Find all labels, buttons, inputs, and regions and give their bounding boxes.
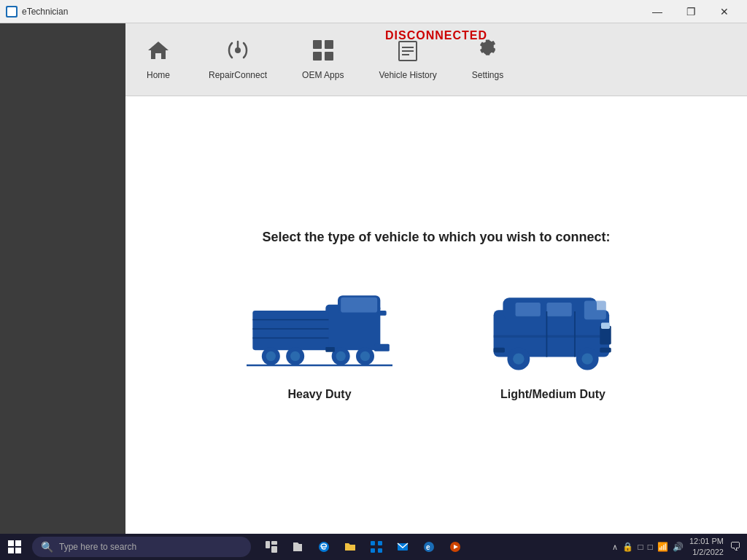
svg-rect-3 <box>325 40 333 49</box>
svg-point-22 <box>336 351 346 360</box>
minimize-button[interactable]: — <box>640 0 674 23</box>
svg-rect-50 <box>271 541 277 545</box>
vehiclehistory-icon <box>396 39 419 66</box>
app-title: eTechnician <box>22 7 68 17</box>
main-content: DISCONNECTED Home <box>125 23 747 534</box>
taskview-icon[interactable] <box>260 534 283 560</box>
svg-rect-13 <box>252 311 328 350</box>
light-medium-duty-option[interactable]: Light/Medium Duty <box>480 281 626 401</box>
ie-icon[interactable]: e <box>417 534 441 560</box>
vehiclehistory-label: Vehicle History <box>379 70 436 80</box>
system-tray: ∧ 🔒 □ □ 📶 🔊 <box>612 542 684 552</box>
svg-rect-56 <box>378 548 382 553</box>
titlebar: eTechnician — ❐ ✕ <box>0 0 747 23</box>
svg-rect-46 <box>15 540 21 546</box>
svg-rect-53 <box>371 541 375 545</box>
light-medium-duty-image <box>480 281 626 376</box>
maximize-button[interactable]: ❐ <box>674 0 708 23</box>
svg-point-18 <box>266 351 276 360</box>
vehicle-select-prompt: Select the type of vehicle to which you … <box>262 230 610 245</box>
svg-point-41 <box>581 353 592 364</box>
notification-icon[interactable]: 🗨 <box>729 540 741 553</box>
svg-rect-4 <box>313 52 322 61</box>
network-icon: 📶 <box>657 542 668 552</box>
home-icon <box>147 39 170 66</box>
files-icon[interactable] <box>286 534 309 560</box>
settings-label: Settings <box>472 70 503 80</box>
sidebar <box>0 23 125 534</box>
svg-point-39 <box>513 353 524 364</box>
oemapps-label: OEM Apps <box>302 70 344 80</box>
svg-rect-35 <box>601 322 610 329</box>
home-label: Home <box>147 70 170 80</box>
oemapps-icon <box>311 39 335 66</box>
heavy-duty-label: Heavy Duty <box>287 388 351 401</box>
nav-home[interactable]: Home <box>125 23 191 96</box>
svg-point-24 <box>360 351 370 360</box>
svg-rect-43 <box>494 347 505 352</box>
svg-point-20 <box>290 351 300 360</box>
heavy-duty-option[interactable]: Heavy Duty <box>247 281 392 401</box>
close-button[interactable]: ✕ <box>708 0 741 23</box>
clock-time: 12:01 PM <box>689 536 724 547</box>
svg-rect-55 <box>371 548 375 553</box>
svg-rect-5 <box>325 52 333 61</box>
media-icon[interactable] <box>444 534 467 560</box>
svg-text:e: e <box>426 543 430 551</box>
taskbar-right: ∧ 🔒 □ □ 📶 🔊 12:01 PM 1/2/2022 🗨 <box>612 536 747 559</box>
svg-rect-12 <box>341 297 377 312</box>
svg-rect-47 <box>8 548 14 553</box>
app-container: DISCONNECTED Home <box>0 23 747 534</box>
nav-repairconnect[interactable]: RepairConnect <box>191 23 285 96</box>
svg-rect-28 <box>379 311 387 316</box>
svg-rect-31 <box>584 300 606 319</box>
settings-icon <box>476 39 499 66</box>
svg-rect-45 <box>8 540 14 546</box>
edge-icon[interactable] <box>312 534 336 560</box>
window-controls: — ❐ ✕ <box>640 0 741 23</box>
topnav: DISCONNECTED Home <box>125 23 747 96</box>
svg-rect-26 <box>374 343 390 351</box>
clock-date: 1/2/2022 <box>689 547 724 558</box>
search-icon: 🔍 <box>41 541 53 553</box>
repairconnect-icon <box>226 39 249 66</box>
search-bar[interactable]: 🔍 Type here to search <box>32 537 251 557</box>
taskbar: 🔍 Type here to search <box>0 534 747 560</box>
nav-oemapps[interactable]: OEM Apps <box>285 23 361 96</box>
svg-rect-27 <box>325 347 335 352</box>
light-medium-duty-label: Light/Medium Duty <box>500 388 605 401</box>
svg-rect-48 <box>15 548 21 553</box>
tray-chevron[interactable]: ∧ <box>612 542 618 552</box>
tray-icon1: 🔒 <box>622 542 633 552</box>
svg-rect-42 <box>600 347 611 352</box>
titlebar-left: eTechnician <box>6 6 68 18</box>
svg-rect-51 <box>271 546 277 553</box>
svg-rect-33 <box>546 303 571 316</box>
tray-icon3: □ <box>648 542 653 552</box>
content-area: Select the type of vehicle to which you … <box>125 96 747 534</box>
vehicle-options: Heavy Duty <box>247 281 626 401</box>
apps-icon[interactable] <box>365 534 388 560</box>
heavy-duty-image <box>247 281 392 376</box>
repairconnect-label: RepairConnect <box>209 70 267 80</box>
start-button[interactable] <box>0 534 29 560</box>
volume-icon: 🔊 <box>673 542 684 552</box>
tray-icon2: □ <box>638 542 643 552</box>
folder-icon[interactable] <box>338 534 362 560</box>
search-input-placeholder: Type here to search <box>59 542 136 552</box>
svg-rect-44 <box>494 335 600 337</box>
taskbar-icons: e <box>260 534 467 560</box>
svg-rect-32 <box>516 303 541 316</box>
svg-rect-2 <box>313 40 322 49</box>
app-icon <box>6 6 18 18</box>
connection-status: DISCONNECTED <box>385 29 487 42</box>
svg-rect-54 <box>378 541 382 545</box>
svg-rect-49 <box>266 541 270 548</box>
svg-rect-0 <box>7 7 16 16</box>
mail-icon[interactable] <box>391 534 414 560</box>
clock[interactable]: 12:01 PM 1/2/2022 <box>689 536 724 559</box>
